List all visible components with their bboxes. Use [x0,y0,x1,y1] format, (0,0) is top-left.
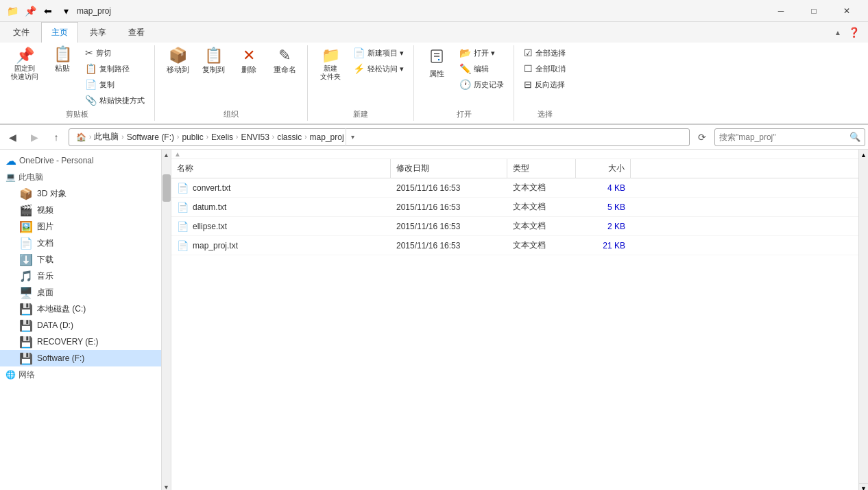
desktop-label: 桌面 [37,287,53,299]
sidebar-item-pictures[interactable]: 🖼️ 图片 [0,218,171,235]
video-icon: 🎬 [19,204,33,217]
sidebar-item-video[interactable]: 🎬 视频 [0,202,171,218]
sidebar-item-e[interactable]: 💾 RECOVERY (E:) [0,334,171,350]
sidebar-item-c[interactable]: 💾 本地磁盘 (C:) [0,301,171,317]
search-box[interactable]: 🔍 [714,128,865,146]
tab-home[interactable]: 主页 [41,22,78,43]
sidebar-item-onedrive[interactable]: ☁ OneDrive - Personal [0,152,171,169]
col-header-size[interactable]: 大小 [576,159,631,178]
move-to-button[interactable]: 📦 移动到 [160,45,195,78]
select-none-icon: ☐ [524,63,533,74]
copy-button[interactable]: 📄 复制 [81,77,149,92]
table-row[interactable]: 📄 datum.txt 2015/11/16 16:53 文本文档 5 KB [171,198,868,217]
pin-to-quickaccess-button[interactable]: 📌 固定到快速访问 [5,45,44,84]
properties-button[interactable]: 属性 [420,45,454,82]
copy-label: 复制 [99,80,114,90]
sidebar-scroll-track[interactable] [162,161,171,482]
sidebar-item-3d[interactable]: 📦 3D 对象 [0,185,171,202]
up-button[interactable]: ↑ [47,128,66,147]
path-segment-envi53[interactable]: ENVI53 [239,132,270,142]
copy-to-label: 复制到 [202,65,225,75]
rename-button[interactable]: ✎ 重命名 [267,45,302,78]
path-segment-exelis[interactable]: Exelis [210,132,234,142]
maximize-button[interactable]: □ [798,0,830,22]
tab-view[interactable]: 查看 [118,22,155,43]
window-controls: ─ □ ✕ [765,0,863,22]
table-row[interactable]: 📄 convert.txt 2015/11/16 16:53 文本文档 4 KB [171,178,868,198]
tab-file[interactable]: 文件 [3,22,40,43]
sidebar-item-network[interactable]: 🌐 网络 [0,366,171,383]
titlebar-left: 📁 📌 ⬅ ▾ map_proj [5,4,111,18]
pc-icon: 💻 [5,172,16,182]
new-folder-button[interactable]: 📁 新建文件夹 [313,45,348,84]
delete-button[interactable]: ✕ 删除 [232,45,266,78]
window-title: map_proj [77,6,111,16]
ribbon-group-new: 📁 新建文件夹 📄 新建项目 ▾ ⚡ 轻松访问 ▾ 新建 [308,45,414,121]
path-segment-home[interactable]: 🏠 [75,132,88,142]
sidebar-item-desktop[interactable]: 🖥️ 桌面 [0,284,171,301]
file-type: 文本文档 [513,182,546,194]
col-header-name[interactable]: 名称 [171,159,391,178]
open-button[interactable]: 📂 打开 ▾ [455,45,508,60]
down-icon-title[interactable]: ▾ [59,4,73,18]
paste-shortcut-button[interactable]: 📎 粘贴快捷方式 [81,93,149,108]
ribbon-collapse-button[interactable]: ▲ [831,25,845,39]
path-segment-software[interactable]: Software (F:) [125,132,176,142]
copy-to-button[interactable]: 📋 复制到 [196,45,230,78]
path-segment-mapproj[interactable]: map_proj [309,132,346,142]
forward-button[interactable]: ▶ [25,128,44,147]
col-size-label: 大小 [608,163,625,174]
path-segment-classic[interactable]: classic [276,132,303,142]
clipboard-label: 剪贴板 [5,108,149,121]
refresh-button[interactable]: ⟳ [692,128,712,147]
addressbar[interactable]: 🏠 › 此电脑 › Software (F:) › public › Exeli… [69,128,690,146]
3d-label: 3D 对象 [37,188,67,200]
pin-icon[interactable]: 📌 [23,4,37,18]
help-button[interactable]: ❓ [845,23,863,41]
paste-button[interactable]: 📋 粘贴 [45,45,80,75]
close-button[interactable]: ✕ [831,0,863,22]
select-none-button[interactable]: ☐ 全部取消 [520,61,570,76]
minimize-button[interactable]: ─ [765,0,797,22]
invert-selection-button[interactable]: ⊟ 反向选择 [520,77,570,92]
docs-label: 文档 [37,237,53,249]
filelist-scroll-corner: ▼ [858,483,868,490]
sidebar-scroll-down[interactable]: ▼ [162,482,171,490]
downloads-label: 下载 [37,254,53,266]
sidebar-item-pc[interactable]: 💻 此电脑 [0,169,171,185]
back-button[interactable]: ◀ [3,128,22,147]
addressbar-dropdown-button[interactable]: ▾ [346,128,359,146]
paste-icon: 📋 [53,47,72,62]
sidebar-item-f[interactable]: 💾 Software (F:) [0,350,171,366]
new-item-icon: 📄 [353,47,365,58]
select-all-button[interactable]: ☑ 全部选择 [520,45,570,60]
onedrive-label: OneDrive - Personal [19,156,94,165]
file-name: datum.txt [193,202,226,212]
tab-share[interactable]: 共享 [80,22,117,43]
ribbon-tab-list: 文件 主页 共享 查看 ▲ ❓ [0,22,868,43]
back-icon-title[interactable]: ⬅ [41,4,55,18]
sidebar-item-docs[interactable]: 📄 文档 [0,235,171,251]
collapse-up-icon[interactable]: ▲ [174,150,181,158]
copy-path-button[interactable]: 📋 复制路径 [81,61,149,76]
path-segment-pc[interactable]: 此电脑 [93,131,120,143]
history-label: 历史记录 [474,80,504,90]
edit-button[interactable]: ✏️ 编辑 [455,61,508,76]
table-row[interactable]: 📄 ellipse.txt 2015/11/16 16:53 文本文档 2 KB [171,217,868,236]
sidebar-item-music[interactable]: 🎵 音乐 [0,268,171,284]
path-segment-public[interactable]: public [180,132,204,142]
sidebar-item-d[interactable]: 💾 DATA (D:) [0,317,171,334]
col-header-date[interactable]: 修改日期 [391,159,507,178]
cut-button[interactable]: ✂ 剪切 [81,45,149,60]
easy-access-button[interactable]: ⚡ 轻松访问 ▾ [349,61,408,76]
invert-icon: ⊟ [524,79,532,90]
history-button[interactable]: 🕐 历史记录 [455,77,508,92]
sidebar-item-downloads[interactable]: ⬇️ 下载 [0,251,171,268]
filelist-scroll-track[interactable] [859,161,869,482]
search-input[interactable] [719,132,847,142]
filelist-scroll-up[interactable]: ▲ [859,150,869,161]
sidebar-scroll-up[interactable]: ▲ [162,150,171,161]
new-item-button[interactable]: 📄 新建项目 ▾ [349,45,408,60]
col-header-type[interactable]: 类型 [507,159,576,178]
table-row[interactable]: 📄 map_proj.txt 2015/11/16 16:53 文本文档 21 … [171,236,868,255]
